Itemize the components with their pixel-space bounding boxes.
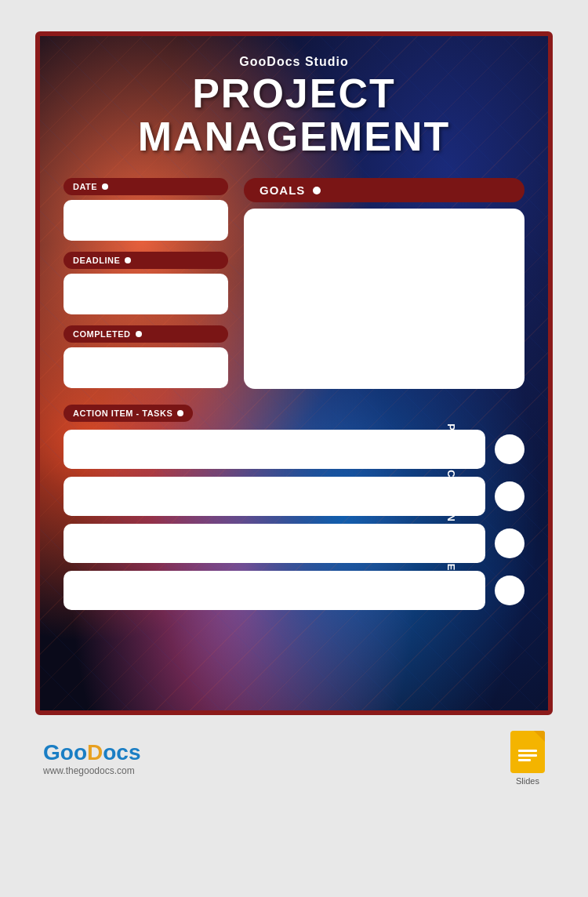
tasks-label: ACTION ITEM - TASKS <box>64 405 193 422</box>
logo-docs: ocs <box>103 740 140 764</box>
footer-right: Slides <box>510 731 545 786</box>
slides-line-1 <box>518 750 537 752</box>
tasks-area: ACTION ITEM - TASKS <box>64 405 524 610</box>
task-circle-4[interactable] <box>495 576 524 605</box>
deadline-dot <box>125 257 131 263</box>
task-circle-1[interactable] <box>495 434 524 464</box>
card-header: GooDocs Studio PROJECT MANAGEMENT <box>40 36 548 170</box>
slides-icon <box>510 731 545 773</box>
logo-goo: Goo <box>43 740 87 764</box>
slides-line-2 <box>518 754 537 757</box>
date-dot <box>102 183 108 190</box>
completed-input[interactable] <box>64 347 228 388</box>
side-label: PROJECT MANAGEMENT <box>446 423 458 591</box>
task-circle-2[interactable] <box>495 481 524 511</box>
slides-text: Slides <box>516 776 539 786</box>
task-input-3[interactable] <box>64 524 485 563</box>
tasks-dot <box>177 410 183 416</box>
completed-dot <box>136 331 142 337</box>
deadline-field-group: DEADLINE <box>64 252 228 314</box>
page-wrapper: GooDocs Studio PROJECT MANAGEMENT DATE <box>0 0 588 897</box>
date-field-group: DATE <box>64 178 228 241</box>
task-input-2[interactable] <box>64 477 485 516</box>
slides-icon-lines <box>518 743 537 761</box>
main-card: GooDocs Studio PROJECT MANAGEMENT DATE <box>35 31 553 715</box>
footer: GooDocs www.thegoodocs.com Slides <box>35 731 553 786</box>
footer-logo: GooDocs <box>43 740 140 765</box>
logo-d: D <box>87 740 103 764</box>
content-area: DATE DEADLINE <box>40 170 548 397</box>
goals-label: GOALS <box>244 178 524 202</box>
goals-input[interactable] <box>244 209 524 389</box>
deadline-input[interactable] <box>64 274 228 314</box>
left-column: DATE DEADLINE <box>64 178 228 389</box>
footer-url: www.thegoodocs.com <box>43 765 140 776</box>
completed-field-group: COMPLETED <box>64 325 228 388</box>
date-label: DATE <box>64 178 228 195</box>
main-title: PROJECT MANAGEMENT <box>64 72 524 158</box>
footer-left: GooDocs www.thegoodocs.com <box>43 740 140 776</box>
goals-dot <box>313 187 321 194</box>
brand-name: GooDocs Studio <box>64 55 524 69</box>
task-circle-3[interactable] <box>495 528 524 558</box>
slides-line-3 <box>518 759 531 761</box>
goals-section: GOALS <box>244 178 524 389</box>
deadline-label: DEADLINE <box>64 252 228 269</box>
card-background: GooDocs Studio PROJECT MANAGEMENT DATE <box>40 36 548 710</box>
date-input[interactable] <box>64 200 228 241</box>
tasks-section: ACTION ITEM - TASKS <box>40 397 548 618</box>
completed-label: COMPLETED <box>64 325 228 343</box>
task-input-4[interactable] <box>64 571 485 610</box>
task-input-1[interactable] <box>64 430 485 469</box>
